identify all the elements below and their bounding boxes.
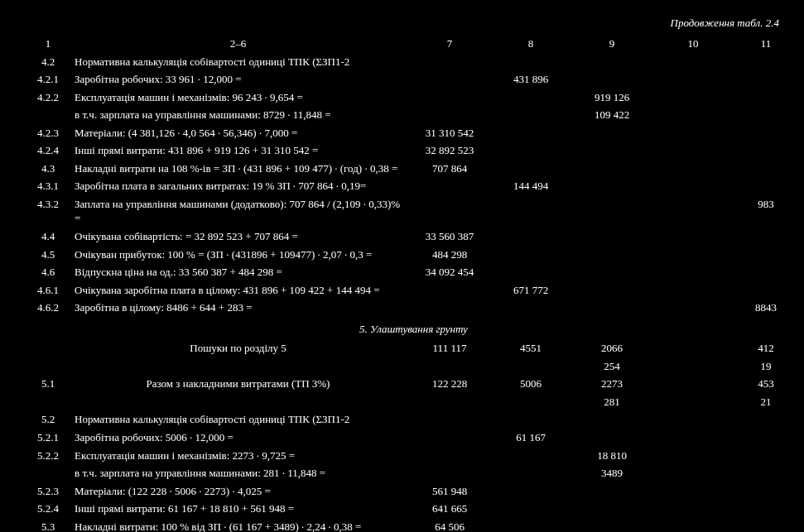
table-row: 4.3Накладні витрати на 108 %-ів = ЗП · (… [25,160,802,178]
cell-val: 641 665 [405,500,494,518]
row-text: Очікувана заробітна плата в цілому: 431 … [71,281,405,300]
row-text: Заплата на управління машинами (додатков… [71,195,405,228]
row-num: 4.3.2 [25,195,71,228]
row-text: Пошуки по розділу 5 [71,339,405,375]
cell-val: 111 117 [405,339,494,375]
cell-val: 18 810 [567,447,657,465]
row-num: 5.1 [25,375,71,410]
row-num: 5.3 [25,518,71,532]
row-num: 4.6.2 [25,299,71,317]
table-row: 5.2.4Інші прямі витрати: 61 167 + 18 810… [25,500,802,518]
cell-val: 983 [729,195,802,228]
cell-val: 254 [567,357,657,376]
row-num: 4.2.2 [25,89,71,107]
row-text: Відпускна ціна на од.: 33 560 387 + 484 … [71,263,405,281]
cell-val: 453 [729,375,802,393]
row-text: Накладні витрати на 108 %-ів = ЗП · (431… [71,160,405,178]
row-num: 4.2.1 [25,70,71,89]
row-text: Експлуатація машин і механізмів: 96 243 … [71,89,405,107]
row-text: Заробітна плата в загальних витратах: 19… [71,177,405,195]
row-text: Разом з накладними витратами (ТП 3%) [71,375,405,410]
row-text: Експлуатація машин і механізмів: 2273 · … [71,447,405,465]
table-row: 4.2.2Експлуатація машин і механізмів: 96… [25,89,802,107]
cell-val: 919 126 [567,89,657,107]
th-9: 9 [567,35,657,53]
table-row: 4.6.1Очікувана заробітна плата в цілому:… [25,281,802,300]
cost-table: 1 2–6 7 8 9 10 11 4.2Нормативна калькуля… [25,35,802,532]
row-text: Нормативна калькуляція собівартості один… [71,53,405,71]
cell-val: 671 772 [494,281,567,300]
table-row: 5.2Нормативна калькуляція собівартості о… [25,410,802,429]
cell-val: 64 506 [405,518,494,532]
cell-val: 431 896 [494,70,567,89]
table-row: 5.2.2Експлуатація машин і механізмів: 22… [25,447,802,465]
th-1: 1 [25,35,71,53]
cell-val: 3489 [567,464,657,482]
cell-val: 21 [729,393,802,411]
table-row: 4.6Відпускна ціна на од.: 33 560 387 + 4… [25,263,802,281]
row-num [25,464,71,482]
cell-val: 19 [729,357,802,376]
row-text: Очікувана собівартість: = 32 892 523 + 7… [71,228,405,246]
table-row: 4.2.3Матеріали: (4 381,126 · 4,0 564 · 5… [25,124,802,142]
table-row: 4.4Очікувана собівартість: = 32 892 523 … [25,228,802,246]
th-11: 11 [729,35,802,53]
row-num: 4.6.1 [25,281,71,300]
row-num: 4.4 [25,228,71,246]
row-num: 4.6 [25,263,71,281]
cell-val: 61 167 [494,429,567,447]
row-text: в т.ч. зарплата на управління машинами: … [71,106,405,124]
table-row: 4.2.4Інші прямі витрати: 431 896 + 919 1… [25,141,802,160]
row-num: 4.5 [25,246,71,264]
row-num: 4.3.1 [25,177,71,195]
table-row: 4.6.2Заробітна в цілому: 8486 + 644 + 28… [25,299,802,317]
row-num: 5.2.3 [25,482,71,501]
table-row: Пошуки по розділу 5 111 117 4551 2066 41… [25,339,802,357]
cell-val: 31 310 542 [405,124,494,142]
row-num: 4.2.3 [25,124,71,142]
cell-val: 122 228 [405,375,494,410]
section-5-title: 5. Улаштування грунту [25,317,802,340]
table-row: в т.ч. зарплата на управління машинами: … [25,106,802,124]
cell-val: 281 [567,393,657,411]
table-row: 4.2.1Заробітна робочих: 33 961 · 12,000 … [25,70,802,89]
table-row: 5.1 Разом з накладними витратами (ТП 3%)… [25,375,802,393]
table-row: 4.3.1Заробітна плата в загальних витрата… [25,177,802,195]
cell-val: 2066 [567,339,657,357]
row-num: 5.2.2 [25,447,71,465]
row-text: Заробітна робочих: 33 961 · 12,000 = [71,70,405,89]
header-row: 1 2–6 7 8 9 10 11 [25,35,802,53]
row-text: Заробітна в цілому: 8486 + 644 + 283 = [71,299,405,317]
row-num: 5.2.4 [25,500,71,518]
table-row: 4.5Очікуван прибуток: 100 % = (ЗП · (431… [25,246,802,264]
cell-val: 2273 [567,375,657,393]
table-row: в т.ч. зарплата на управління машинами: … [25,464,802,482]
continuation-note: Продовження табл. 2.4 [25,17,779,30]
row-text: в т.ч. зарплата на управління машинами: … [71,464,405,482]
cell-val: 109 422 [567,106,657,124]
cell-val: 561 948 [405,482,494,501]
row-text: Інші прямі витрати: 431 896 + 919 126 + … [71,141,405,160]
cell-val: 33 560 387 [405,228,494,246]
row-num [25,106,71,124]
table-row: 4.3.2Заплата на управління машинами (дод… [25,195,802,228]
row-text: Інші прямі витрати: 61 167 + 18 810 + 56… [71,500,405,518]
table-row: 5.2.1Заробітна робочих: 5006 · 12,000 =6… [25,429,802,447]
cell-val: 32 892 523 [405,141,494,160]
table-row: 5.2.3Матеріали: (122 228 · 5006 · 2273) … [25,482,802,501]
cell-val: 34 092 454 [405,263,494,281]
section-5-header: 5. Улаштування грунту [25,317,802,340]
cell-val: 144 494 [494,177,567,195]
row-num: 4.2.4 [25,141,71,160]
th-10: 10 [657,35,729,53]
row-num: 5.2.1 [25,429,71,447]
table-row: 4.2Нормативна калькуляція собівартості о… [25,53,802,71]
cell-val: 5006 [494,375,567,410]
row-num: 4.3 [25,160,71,178]
cell-val: 707 864 [405,160,494,178]
row-text: Нормативна калькуляція собівартості один… [71,410,405,429]
cell-val: 412 [729,339,802,357]
row-text: Матеріали: (122 228 · 5006 · 2273) · 4,0… [71,482,405,501]
th-8: 8 [494,35,567,53]
row-text: Очікуван прибуток: 100 % = (ЗП · (431896… [71,246,405,264]
